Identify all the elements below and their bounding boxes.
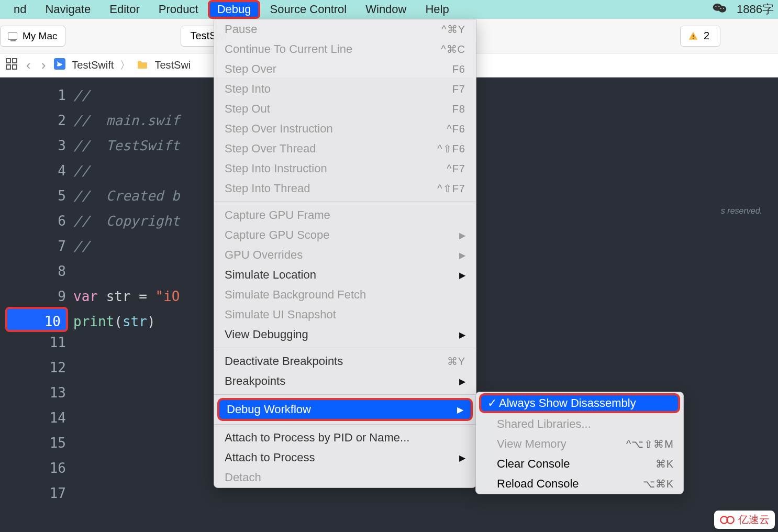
submenuitem-always-show-disassembly[interactable]: ✓Always Show Disassembly <box>479 393 680 413</box>
submenu-arrow-icon: ▶ <box>459 376 465 386</box>
submenuitem-view-memory: View Memory^⌥⇧⌘M <box>476 434 683 454</box>
menuitem-gpu-overrides: GPU Overrides▶ <box>214 245 476 265</box>
svg-rect-7 <box>693 38 694 39</box>
svg-point-1 <box>718 6 726 13</box>
line-number[interactable]: 1 <box>0 83 66 108</box>
line-number[interactable]: 3 <box>0 133 66 158</box>
svg-rect-10 <box>6 65 10 69</box>
line-number[interactable]: 16 <box>0 456 66 481</box>
scheme-label: My Mac <box>23 30 58 42</box>
scheme-selector[interactable]: My Mac <box>0 26 65 47</box>
line-number[interactable]: 11 <box>0 330 66 355</box>
debug-workflow-submenu: ✓Always Show DisassemblyShared Libraries… <box>475 392 684 494</box>
line-number[interactable]: 4 <box>0 158 66 183</box>
line-number[interactable]: 13 <box>0 380 66 405</box>
line-number[interactable]: 9 <box>0 284 66 309</box>
line-number[interactable]: 5 <box>0 183 66 208</box>
menuitem-step-into: Step IntoF7 <box>214 79 476 99</box>
menuitem-breakpoints[interactable]: Breakpoints▶ <box>214 371 476 391</box>
menuitem-pause: Pause^⌘Y <box>214 19 476 39</box>
menuitem-deactivate-breakpoints[interactable]: Deactivate Breakpoints⌘Y <box>214 351 476 371</box>
folder-icon <box>137 59 148 71</box>
breakpoint-line[interactable]: 10 <box>5 307 68 332</box>
submenu-arrow-icon: ▶ <box>459 330 465 340</box>
line-number[interactable]: 14 <box>0 405 66 430</box>
svg-point-2 <box>715 6 716 7</box>
menuitem-step-into-instruction: Step Into Instruction^F7 <box>214 159 476 179</box>
line-number[interactable]: 6 <box>0 208 66 234</box>
menu-help[interactable]: Help <box>416 0 458 19</box>
svg-rect-9 <box>13 59 17 63</box>
menu-window[interactable]: Window <box>356 0 416 19</box>
line-number[interactable]: 12 <box>0 355 66 380</box>
submenu-arrow-icon: ▶ <box>459 250 465 260</box>
chevron-right-icon: 〉 <box>120 58 130 72</box>
build-status[interactable]: 2 <box>680 26 720 47</box>
submenu-arrow-icon: ▶ <box>459 453 465 463</box>
menuitem-continue-to-current-line: Continue To Current Line^⌘C <box>214 39 476 59</box>
breadcrumb-project[interactable]: TestSwift <box>72 59 114 71</box>
swift-file-icon <box>54 58 65 72</box>
menu-nd[interactable]: nd <box>4 0 36 19</box>
menuitem-attach-to-process[interactable]: Attach to Process▶ <box>214 448 476 468</box>
line-number[interactable]: 8 <box>0 259 66 284</box>
menu-source-control[interactable]: Source Control <box>260 0 356 19</box>
warning-icon <box>688 31 698 41</box>
menuitem-step-over: Step OverF6 <box>214 59 476 79</box>
code-tail-comment: s reserved. <box>721 206 762 216</box>
warning-count: 2 <box>704 30 709 42</box>
related-items-icon[interactable] <box>5 58 18 73</box>
menuitem-simulate-location[interactable]: Simulate Location▶ <box>214 265 476 285</box>
submenu-arrow-icon: ▶ <box>459 270 465 280</box>
line-number[interactable]: 2 <box>0 108 66 133</box>
svg-rect-6 <box>693 35 694 37</box>
check-icon: ✓ <box>487 396 497 410</box>
submenu-arrow-icon: ▶ <box>459 230 465 240</box>
wechat-icon[interactable] <box>713 2 727 17</box>
menuitem-simulate-background-fetch: Simulate Background Fetch <box>214 285 476 305</box>
menubar: ndNavigateEditorProductDebugSource Contr… <box>0 0 778 19</box>
back-button[interactable]: ‹ <box>24 57 33 73</box>
line-number[interactable]: 7 <box>0 234 66 259</box>
menuitem-step-out: Step OutF8 <box>214 99 476 119</box>
submenuitem-clear-console[interactable]: Clear Console⌘K <box>476 454 683 474</box>
menuitem-view-debugging[interactable]: View Debugging▶ <box>214 325 476 345</box>
submenuitem-reload-console[interactable]: Reload Console⌥⌘K <box>476 474 683 494</box>
menuitem-step-into-thread: Step Into Thread^⇧F7 <box>214 179 476 198</box>
svg-rect-8 <box>6 59 10 63</box>
debug-menu-dropdown: Pause^⌘YContinue To Current Line^⌘CStep … <box>214 19 476 488</box>
menuitem-simulate-ui-snapshot: Simulate UI Snapshot <box>214 305 476 325</box>
menuitem-step-over-instruction: Step Over Instruction^F6 <box>214 119 476 139</box>
ime-status: 1886字 <box>737 2 774 17</box>
menuitem-capture-gpu-frame: Capture GPU Frame <box>214 205 476 225</box>
line-number[interactable]: 17 <box>0 481 66 506</box>
menu-product[interactable]: Product <box>149 0 208 19</box>
menuitem-attach-to-process-by-pid-or-name-[interactable]: Attach to Process by PID or Name... <box>214 428 476 448</box>
breadcrumb-folder[interactable]: TestSwi <box>154 59 191 71</box>
svg-point-3 <box>718 6 719 7</box>
forward-button[interactable]: › <box>39 57 48 73</box>
watermark: 亿速云 <box>714 511 775 529</box>
menu-debug[interactable]: Debug <box>208 0 261 19</box>
submenuitem-shared-libraries-: Shared Libraries... <box>476 414 683 434</box>
svg-point-4 <box>720 8 721 9</box>
svg-rect-11 <box>13 65 17 69</box>
svg-point-5 <box>723 8 724 9</box>
mac-icon <box>8 32 17 40</box>
submenu-arrow-icon: ▶ <box>457 405 463 415</box>
menuitem-detach: Detach <box>214 468 476 487</box>
menuitem-step-over-thread: Step Over Thread^⇧F6 <box>214 139 476 159</box>
menuitem-debug-workflow[interactable]: Debug Workflow▶ <box>217 398 473 421</box>
line-gutter[interactable]: 1234567891011121314151617 <box>0 77 73 532</box>
line-number[interactable]: 15 <box>0 430 66 456</box>
menuitem-capture-gpu-scope: Capture GPU Scope▶ <box>214 225 476 245</box>
menu-navigate[interactable]: Navigate <box>36 0 100 19</box>
menu-editor[interactable]: Editor <box>100 0 149 19</box>
